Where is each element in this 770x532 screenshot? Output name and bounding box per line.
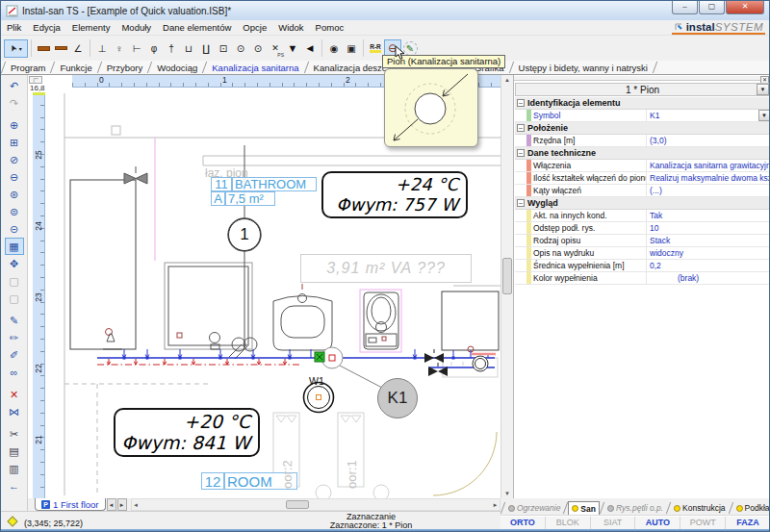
frame-tool-button[interactable]: ▣ <box>343 39 360 58</box>
double-basin-tool-button[interactable]: ∐ <box>197 39 215 58</box>
cut-button[interactable]: ✂ <box>5 425 24 443</box>
view-tab-rys-petli[interactable]: Rys.pętli o.p. <box>604 501 666 515</box>
shield-tool-button[interactable]: ▼ <box>284 39 301 58</box>
property-value[interactable]: Stack <box>647 235 770 246</box>
eye-fitting-button[interactable]: ◉ <box>325 39 343 58</box>
property-row[interactable]: Kolor wypełnienia(brak) <box>515 272 770 285</box>
property-value[interactable]: (...) <box>647 185 770 196</box>
property-value[interactable]: (brak) <box>647 272 770 284</box>
property-value[interactable]: K1▼ <box>647 110 770 121</box>
property-row[interactable]: Rodzaj opisuStack <box>515 235 770 247</box>
view-tab-konstrukcja[interactable]: Konstrukcja <box>671 501 728 515</box>
scroll-right-icon[interactable]: ▸ <box>491 499 500 510</box>
scrollbar-thumb[interactable] <box>286 500 309 509</box>
minimize-button[interactable]: – <box>672 1 698 14</box>
property-value[interactable]: widoczny <box>647 247 770 259</box>
format-brush-settings-button[interactable]: ✐ <box>5 346 24 364</box>
menu-widok[interactable]: Widok <box>272 22 309 33</box>
menu-opcje[interactable]: Opcje <box>237 22 272 33</box>
property-value[interactable]: Tak <box>647 210 770 221</box>
zoom-previous-button[interactable]: ⊝ <box>5 220 24 238</box>
menu-moduly[interactable]: Moduły <box>116 22 157 33</box>
menu-pomoc[interactable]: Pomoc <box>310 22 350 33</box>
tab-kanalizacja-sanitarna[interactable]: Kanalizacja sanitarna <box>207 61 303 74</box>
split-pipe-button[interactable]: ⋈ <box>5 403 24 420</box>
scroll-up-icon[interactable]: ▲ <box>501 77 513 83</box>
property-section[interactable]: –Wygląd <box>515 197 770 210</box>
zoom-extents-button[interactable]: ⊛ <box>5 186 24 203</box>
door-label-2[interactable]: oor:2 <box>280 419 295 489</box>
delete-button[interactable]: ✕ <box>5 386 24 403</box>
valve-tool-button[interactable]: φ <box>145 39 163 58</box>
angled-pipe-tool-button[interactable]: ∠ <box>69 39 87 58</box>
corner-basin-tool-button[interactable]: ⊡ <box>215 39 232 58</box>
property-row[interactable]: Akt. na innych kond.Tak <box>515 210 770 222</box>
stack-number-circle[interactable]: 1 <box>228 218 261 251</box>
perpendicular-connect-button[interactable]: ⊥ <box>93 39 111 58</box>
property-row[interactable]: Odstęp podł. rys.10 <box>515 222 770 235</box>
sheet-next-icon[interactable]: ▸ <box>117 498 127 511</box>
zoom-button[interactable]: ⊕ <box>5 116 24 134</box>
copy-button[interactable]: ▤ <box>5 443 24 460</box>
property-row[interactable]: Średnica wypełnienia [m]0,2 <box>515 260 770 272</box>
paste-button[interactable]: ▥ <box>5 460 24 477</box>
chevron-down-icon[interactable]: ▼ <box>757 84 769 95</box>
panel-grip[interactable] <box>514 75 770 81</box>
toggle-siat[interactable]: SIAT <box>591 517 636 529</box>
temperature-box-room[interactable]: +20 °C Φwym: 841 W <box>114 408 260 457</box>
pipe-tool-button[interactable] <box>35 39 52 58</box>
scroll-down-icon[interactable]: ▼ <box>501 491 513 496</box>
property-value[interactable]: Realizuj maksymalnie dwoma kształtkami <box>647 172 770 184</box>
cross-ps-tool-button[interactable]: ✕PS <box>267 39 284 58</box>
tab-ustepy-wanny[interactable]: Ustępy i bidety, wanny i natryski <box>514 61 653 74</box>
property-section[interactable]: –Położenie <box>515 122 770 135</box>
toggle-powt[interactable]: POWT <box>680 517 726 529</box>
basin-tool-button[interactable]: ⊔ <box>180 39 197 58</box>
toggle-faza[interactable]: FAZA <box>726 517 770 529</box>
zoom-window-button[interactable]: ⊞ <box>5 134 24 151</box>
tee-tool-button[interactable]: † <box>163 39 180 58</box>
property-row[interactable]: Kąty włączeń(...) <box>515 185 770 197</box>
temperature-box-bathroom[interactable]: +24 °C Φwym: 757 W <box>321 171 468 218</box>
collapse-icon[interactable]: – <box>517 199 525 207</box>
door-label-1[interactable]: oor:1 <box>345 419 359 489</box>
back-button[interactable]: ← <box>5 477 24 494</box>
property-value[interactable]: 10 <box>647 222 770 234</box>
property-section[interactable]: –Dane techniczne <box>515 147 770 160</box>
fitting-tool-button[interactable]: ⊙ <box>232 39 249 58</box>
view-tab-san[interactable]: San <box>568 501 600 515</box>
stack-symbol-balloon[interactable]: K1 <box>377 378 418 418</box>
canvas-horizontal-scrollbar[interactable]: ◂ ▸ <box>131 498 500 511</box>
menu-edycja[interactable]: Edycja <box>27 22 66 33</box>
chevron-down-icon[interactable]: ▼ <box>758 110 770 121</box>
property-section[interactable]: –Identyfikacja elementu <box>515 97 770 110</box>
sheet-prev-icon[interactable]: ◂ <box>107 498 116 511</box>
zoom-dynamic-button[interactable]: ⊘ <box>5 151 24 168</box>
edit-pencil-button[interactable]: ✎ <box>5 312 24 329</box>
scrollbar-thumb[interactable] <box>502 258 512 294</box>
collapse-icon[interactable]: – <box>517 149 525 157</box>
tab-przybory[interactable]: Przybory <box>102 61 147 74</box>
view-tab-podklad[interactable]: Podkład <box>733 501 770 515</box>
collapse-icon[interactable]: – <box>517 99 525 107</box>
close-button[interactable]: ✕ <box>726 1 764 14</box>
property-row[interactable]: Ilość kształtek włączeń do pionuRealizuj… <box>515 172 770 185</box>
undo-button[interactable]: ↶ <box>5 77 24 94</box>
property-value[interactable]: Kanalizacja sanitarna grawitacyjna <box>647 160 770 171</box>
panel-header[interactable]: 1 * Pion ▼ <box>515 83 770 96</box>
ruler-settings-icon[interactable]: |'''' <box>29 76 42 84</box>
menu-dane-elementow[interactable]: Dane elementów <box>157 22 237 33</box>
find-connections-button[interactable]: ∞ <box>5 364 24 381</box>
sheet-tab-first-floor[interactable]: P 1 First floor <box>35 498 106 511</box>
format-brush-button[interactable]: ✏ <box>5 329 24 346</box>
zoom-selection-button[interactable]: ⊜ <box>5 203 24 220</box>
zoom-out-button[interactable]: ⊖ <box>5 168 24 186</box>
redo-button[interactable]: ↷ <box>5 94 24 112</box>
menu-plik[interactable]: Plik <box>1 22 27 33</box>
tab-wodociag[interactable]: Wodociąg <box>152 61 202 74</box>
property-row[interactable]: Opis na wydrukuwidoczny <box>515 247 770 260</box>
marquee-select-button[interactable]: ▢ <box>5 272 24 290</box>
drain-label[interactable]: W1 <box>309 375 324 387</box>
maximize-button[interactable]: ▢ <box>699 1 725 14</box>
chevron-down-icon[interactable]: ▾ <box>19 45 22 52</box>
